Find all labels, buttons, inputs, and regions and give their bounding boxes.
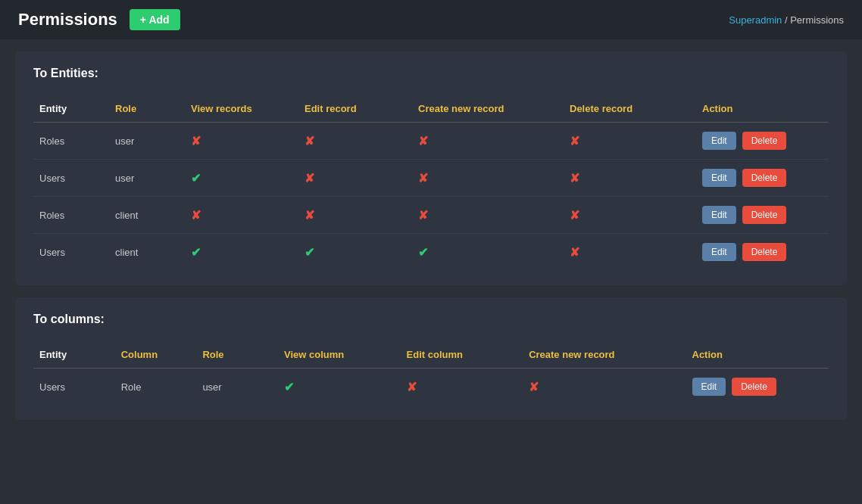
delete-record-cell: ✘ bbox=[564, 160, 696, 197]
entities-table: Entity Role View records Edit record Cre… bbox=[33, 95, 829, 270]
columns-col-entity: Entity bbox=[33, 341, 115, 369]
content: To Entities: Entity Role View records Ed… bbox=[0, 39, 862, 444]
entities-table-row: Users user ✔ ✘ ✘ ✘ Edit Delete bbox=[33, 160, 829, 197]
entities-table-header-row: Entity Role View records Edit record Cre… bbox=[33, 95, 829, 123]
delete-button[interactable]: Delete bbox=[742, 169, 787, 187]
breadcrumb-current: Permissions bbox=[790, 14, 844, 26]
entity-cell: Users bbox=[33, 160, 109, 197]
delete-record-cell: ✘ bbox=[564, 197, 696, 234]
view-records-cell: ✘ bbox=[185, 197, 298, 234]
columns-section: To columns: Entity Column Role View colu… bbox=[15, 297, 847, 420]
edit-button[interactable]: Edit bbox=[702, 206, 736, 224]
add-button[interactable]: + Add bbox=[130, 9, 180, 30]
columns-col-create: Create new record bbox=[523, 341, 686, 369]
entities-col-create: Create new record bbox=[412, 95, 564, 123]
columns-section-title: To columns: bbox=[33, 313, 829, 326]
check-icon: ✔ bbox=[191, 172, 201, 185]
columns-col-view: View column bbox=[278, 341, 401, 369]
cross-icon: ✘ bbox=[191, 209, 201, 222]
edit-record-cell: ✘ bbox=[298, 160, 412, 197]
entities-table-row: Roles client ✘ ✘ ✘ ✘ Edit Delete bbox=[33, 197, 829, 234]
check-icon: ✔ bbox=[191, 246, 201, 259]
cross-icon: ✘ bbox=[570, 246, 579, 259]
columns-table: Entity Column Role View column Edit colu… bbox=[33, 341, 829, 405]
entity-cell: Roles bbox=[33, 123, 109, 160]
columns-col-column: Column bbox=[115, 341, 197, 369]
edit-button[interactable]: Edit bbox=[702, 169, 736, 187]
view-records-cell: ✔ bbox=[185, 160, 298, 197]
create-new-record-cell: ✘ bbox=[523, 369, 686, 406]
cross-icon: ✘ bbox=[305, 209, 314, 222]
breadcrumb-parent[interactable]: Superadmin bbox=[729, 14, 782, 26]
edit-button[interactable]: Edit bbox=[692, 378, 726, 396]
role-cell: client bbox=[109, 234, 185, 271]
columns-table-header-row: Entity Column Role View column Edit colu… bbox=[33, 341, 829, 369]
delete-record-cell: ✘ bbox=[564, 234, 696, 271]
edit-record-cell: ✘ bbox=[298, 197, 412, 234]
cross-icon: ✘ bbox=[570, 209, 579, 222]
cross-icon: ✘ bbox=[191, 135, 201, 148]
action-cell: Edit Delete bbox=[696, 234, 829, 271]
cross-icon: ✘ bbox=[529, 381, 539, 394]
action-cell: Edit Delete bbox=[696, 123, 829, 160]
view-records-cell: ✔ bbox=[185, 234, 298, 271]
entities-section: To Entities: Entity Role View records Ed… bbox=[15, 51, 847, 285]
role-cell: user bbox=[196, 369, 278, 406]
entity-cell: Users bbox=[33, 234, 109, 271]
entities-col-edit: Edit record bbox=[298, 95, 412, 123]
edit-column-cell: ✘ bbox=[401, 369, 523, 406]
action-cell: Edit Delete bbox=[696, 160, 829, 197]
entities-col-entity: Entity bbox=[33, 95, 109, 123]
columns-table-row: Users Role user ✔ ✘ ✘ Edit Delete bbox=[33, 369, 829, 406]
edit-button[interactable]: Edit bbox=[702, 243, 736, 261]
delete-button[interactable]: Delete bbox=[742, 132, 787, 150]
entities-section-title: To Entities: bbox=[33, 67, 829, 80]
entity-cell: Users bbox=[33, 369, 115, 406]
cross-icon: ✘ bbox=[570, 172, 579, 185]
edit-button[interactable]: Edit bbox=[702, 132, 736, 150]
top-header: Permissions + Add Superadmin / Permissio… bbox=[0, 0, 862, 39]
cross-icon: ✘ bbox=[407, 381, 417, 394]
entities-col-role: Role bbox=[109, 95, 185, 123]
view-column-cell: ✔ bbox=[278, 369, 401, 406]
cross-icon: ✘ bbox=[418, 209, 428, 222]
entities-col-action: Action bbox=[696, 95, 829, 123]
role-cell: user bbox=[109, 160, 185, 197]
columns-col-role: Role bbox=[196, 341, 278, 369]
create-new-record-cell: ✘ bbox=[412, 123, 564, 160]
breadcrumb: Superadmin / Permissions bbox=[729, 14, 844, 26]
create-new-record-cell: ✘ bbox=[412, 160, 564, 197]
check-icon: ✔ bbox=[418, 246, 428, 259]
create-new-record-cell: ✘ bbox=[412, 197, 564, 234]
cross-icon: ✘ bbox=[418, 172, 428, 185]
cross-icon: ✘ bbox=[570, 135, 579, 148]
entities-col-delete: Delete record bbox=[564, 95, 696, 123]
view-records-cell: ✘ bbox=[185, 123, 298, 160]
check-icon: ✔ bbox=[305, 246, 314, 259]
page-title: Permissions bbox=[18, 10, 117, 30]
edit-record-cell: ✘ bbox=[298, 123, 412, 160]
role-cell: user bbox=[109, 123, 185, 160]
cross-icon: ✘ bbox=[418, 135, 428, 148]
delete-record-cell: ✘ bbox=[564, 123, 696, 160]
action-cell: Edit Delete bbox=[686, 369, 829, 406]
entities-table-row: Roles user ✘ ✘ ✘ ✘ Edit Delete bbox=[33, 123, 829, 160]
delete-button[interactable]: Delete bbox=[732, 378, 776, 396]
create-new-record-cell: ✔ bbox=[412, 234, 564, 271]
entity-cell: Roles bbox=[33, 197, 109, 234]
columns-col-edit: Edit column bbox=[401, 341, 523, 369]
edit-record-cell: ✔ bbox=[298, 234, 412, 271]
cross-icon: ✘ bbox=[305, 172, 314, 185]
columns-col-action: Action bbox=[686, 341, 829, 369]
column-cell: Role bbox=[115, 369, 197, 406]
breadcrumb-separator: / bbox=[782, 14, 790, 26]
role-cell: client bbox=[109, 197, 185, 234]
cross-icon: ✘ bbox=[305, 135, 314, 148]
entities-table-row: Users client ✔ ✔ ✔ ✘ Edit Delete bbox=[33, 234, 829, 271]
delete-button[interactable]: Delete bbox=[742, 243, 787, 261]
check-icon: ✔ bbox=[284, 381, 294, 394]
delete-button[interactable]: Delete bbox=[742, 206, 787, 224]
action-cell: Edit Delete bbox=[696, 197, 829, 234]
entities-col-view: View records bbox=[185, 95, 298, 123]
